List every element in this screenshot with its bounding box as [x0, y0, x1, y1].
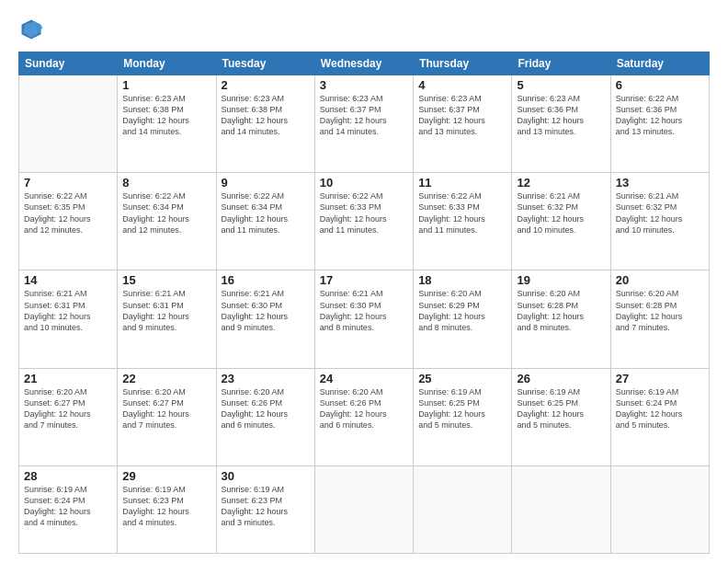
- day-number: 17: [320, 273, 408, 287]
- weekday-header-monday: Monday: [118, 52, 216, 75]
- day-info: Sunrise: 6:19 AM Sunset: 6:23 PM Dayligh…: [122, 484, 210, 529]
- weekday-header-sunday: Sunday: [19, 52, 118, 75]
- week-row-5: 28Sunrise: 6:19 AM Sunset: 6:24 PM Dayli…: [19, 465, 710, 553]
- calendar-cell: 27Sunrise: 6:19 AM Sunset: 6:24 PM Dayli…: [610, 368, 709, 465]
- calendar-cell: 19Sunrise: 6:20 AM Sunset: 6:28 PM Dayli…: [512, 270, 610, 368]
- day-number: 11: [418, 176, 506, 190]
- day-number: 16: [222, 273, 310, 287]
- calendar-cell: [19, 75, 118, 173]
- week-row-1: 1Sunrise: 6:23 AM Sunset: 6:38 PM Daylig…: [19, 75, 710, 173]
- day-info: Sunrise: 6:19 AM Sunset: 6:24 PM Dayligh…: [616, 386, 704, 431]
- day-info: Sunrise: 6:20 AM Sunset: 6:27 PM Dayligh…: [122, 386, 210, 431]
- day-number: 6: [616, 78, 704, 92]
- day-info: Sunrise: 6:23 AM Sunset: 6:36 PM Dayligh…: [517, 93, 605, 138]
- day-number: 22: [122, 372, 210, 385]
- day-number: 30: [222, 469, 310, 483]
- week-row-3: 14Sunrise: 6:21 AM Sunset: 6:31 PM Dayli…: [19, 270, 710, 368]
- day-info: Sunrise: 6:22 AM Sunset: 6:34 PM Dayligh…: [122, 190, 210, 236]
- calendar-cell: 18Sunrise: 6:20 AM Sunset: 6:29 PM Dayli…: [414, 270, 512, 368]
- calendar-cell: 23Sunrise: 6:20 AM Sunset: 6:26 PM Dayli…: [216, 368, 314, 465]
- weekday-header-tuesday: Tuesday: [216, 52, 314, 75]
- day-info: Sunrise: 6:22 AM Sunset: 6:36 PM Dayligh…: [616, 93, 704, 138]
- day-info: Sunrise: 6:21 AM Sunset: 6:31 PM Dayligh…: [24, 288, 112, 333]
- day-number: 29: [122, 469, 210, 483]
- day-number: 19: [517, 273, 605, 287]
- day-info: Sunrise: 6:19 AM Sunset: 6:23 PM Dayligh…: [222, 484, 310, 529]
- day-number: 23: [222, 372, 310, 385]
- week-row-4: 21Sunrise: 6:20 AM Sunset: 6:27 PM Dayli…: [19, 368, 710, 465]
- day-info: Sunrise: 6:23 AM Sunset: 6:38 PM Dayligh…: [122, 93, 210, 138]
- calendar-cell: 15Sunrise: 6:21 AM Sunset: 6:31 PM Dayli…: [118, 270, 216, 368]
- page: SundayMondayTuesdayWednesdayThursdayFrid…: [0, 0, 728, 563]
- calendar-cell: 26Sunrise: 6:19 AM Sunset: 6:25 PM Dayli…: [512, 368, 610, 465]
- day-info: Sunrise: 6:22 AM Sunset: 6:35 PM Dayligh…: [24, 190, 112, 236]
- calendar-cell: 21Sunrise: 6:20 AM Sunset: 6:27 PM Dayli…: [19, 368, 118, 465]
- calendar: SundayMondayTuesdayWednesdayThursdayFrid…: [18, 52, 710, 554]
- day-number: 10: [320, 176, 408, 190]
- day-number: 3: [320, 78, 408, 92]
- day-info: Sunrise: 6:23 AM Sunset: 6:37 PM Dayligh…: [418, 93, 506, 138]
- calendar-cell: 17Sunrise: 6:21 AM Sunset: 6:30 PM Dayli…: [314, 270, 413, 368]
- day-number: 1: [122, 78, 210, 92]
- day-info: Sunrise: 6:23 AM Sunset: 6:38 PM Dayligh…: [222, 93, 310, 138]
- day-info: Sunrise: 6:19 AM Sunset: 6:25 PM Dayligh…: [418, 386, 506, 431]
- day-number: 21: [24, 372, 112, 385]
- calendar-cell: 24Sunrise: 6:20 AM Sunset: 6:26 PM Dayli…: [314, 368, 413, 465]
- calendar-cell: [512, 465, 610, 553]
- calendar-cell: [314, 465, 413, 553]
- day-info: Sunrise: 6:20 AM Sunset: 6:28 PM Dayligh…: [616, 288, 704, 333]
- day-info: Sunrise: 6:20 AM Sunset: 6:27 PM Dayligh…: [24, 386, 112, 431]
- calendar-cell: 7Sunrise: 6:22 AM Sunset: 6:35 PM Daylig…: [19, 173, 118, 270]
- calendar-cell: 13Sunrise: 6:21 AM Sunset: 6:32 PM Dayli…: [610, 173, 709, 270]
- day-number: 18: [418, 273, 506, 287]
- calendar-cell: 16Sunrise: 6:21 AM Sunset: 6:30 PM Dayli…: [216, 270, 314, 368]
- day-number: 27: [616, 372, 704, 385]
- logo-icon: [18, 17, 44, 42]
- weekday-header-saturday: Saturday: [610, 52, 709, 75]
- day-info: Sunrise: 6:21 AM Sunset: 6:30 PM Dayligh…: [222, 288, 310, 333]
- weekday-header-row: SundayMondayTuesdayWednesdayThursdayFrid…: [19, 52, 710, 75]
- day-info: Sunrise: 6:20 AM Sunset: 6:28 PM Dayligh…: [517, 288, 605, 333]
- day-number: 14: [24, 273, 112, 287]
- day-info: Sunrise: 6:21 AM Sunset: 6:32 PM Dayligh…: [517, 190, 605, 236]
- day-info: Sunrise: 6:21 AM Sunset: 6:30 PM Dayligh…: [320, 288, 408, 333]
- day-number: 20: [616, 273, 704, 287]
- calendar-cell: 5Sunrise: 6:23 AM Sunset: 6:36 PM Daylig…: [512, 75, 610, 173]
- logo: [18, 17, 48, 42]
- calendar-cell: 10Sunrise: 6:22 AM Sunset: 6:33 PM Dayli…: [314, 173, 413, 270]
- calendar-cell: 12Sunrise: 6:21 AM Sunset: 6:32 PM Dayli…: [512, 173, 610, 270]
- day-info: Sunrise: 6:21 AM Sunset: 6:32 PM Dayligh…: [616, 190, 704, 236]
- day-number: 25: [418, 372, 506, 385]
- day-info: Sunrise: 6:21 AM Sunset: 6:31 PM Dayligh…: [122, 288, 210, 333]
- day-info: Sunrise: 6:22 AM Sunset: 6:34 PM Dayligh…: [222, 190, 310, 236]
- calendar-cell: 11Sunrise: 6:22 AM Sunset: 6:33 PM Dayli…: [414, 173, 512, 270]
- day-info: Sunrise: 6:19 AM Sunset: 6:25 PM Dayligh…: [517, 386, 605, 431]
- day-number: 9: [222, 176, 310, 190]
- calendar-cell: 9Sunrise: 6:22 AM Sunset: 6:34 PM Daylig…: [216, 173, 314, 270]
- calendar-cell: 4Sunrise: 6:23 AM Sunset: 6:37 PM Daylig…: [414, 75, 512, 173]
- calendar-cell: 1Sunrise: 6:23 AM Sunset: 6:38 PM Daylig…: [118, 75, 216, 173]
- day-number: 2: [222, 78, 310, 92]
- calendar-cell: 22Sunrise: 6:20 AM Sunset: 6:27 PM Dayli…: [118, 368, 216, 465]
- weekday-header-wednesday: Wednesday: [314, 52, 413, 75]
- day-number: 8: [122, 176, 210, 190]
- calendar-cell: 30Sunrise: 6:19 AM Sunset: 6:23 PM Dayli…: [216, 465, 314, 553]
- week-row-2: 7Sunrise: 6:22 AM Sunset: 6:35 PM Daylig…: [19, 173, 710, 270]
- calendar-cell: 8Sunrise: 6:22 AM Sunset: 6:34 PM Daylig…: [118, 173, 216, 270]
- calendar-cell: 28Sunrise: 6:19 AM Sunset: 6:24 PM Dayli…: [19, 465, 118, 553]
- day-number: 28: [24, 469, 112, 483]
- day-number: 4: [418, 78, 506, 92]
- weekday-header-thursday: Thursday: [414, 52, 512, 75]
- day-info: Sunrise: 6:19 AM Sunset: 6:24 PM Dayligh…: [24, 484, 112, 529]
- day-number: 26: [517, 372, 605, 385]
- header: [18, 17, 710, 42]
- day-number: 5: [517, 78, 605, 92]
- calendar-cell: 14Sunrise: 6:21 AM Sunset: 6:31 PM Dayli…: [19, 270, 118, 368]
- day-info: Sunrise: 6:23 AM Sunset: 6:37 PM Dayligh…: [320, 93, 408, 138]
- calendar-cell: 3Sunrise: 6:23 AM Sunset: 6:37 PM Daylig…: [314, 75, 413, 173]
- calendar-cell: [414, 465, 512, 553]
- calendar-cell: 29Sunrise: 6:19 AM Sunset: 6:23 PM Dayli…: [118, 465, 216, 553]
- calendar-cell: 25Sunrise: 6:19 AM Sunset: 6:25 PM Dayli…: [414, 368, 512, 465]
- day-number: 12: [517, 176, 605, 190]
- calendar-cell: 2Sunrise: 6:23 AM Sunset: 6:38 PM Daylig…: [216, 75, 314, 173]
